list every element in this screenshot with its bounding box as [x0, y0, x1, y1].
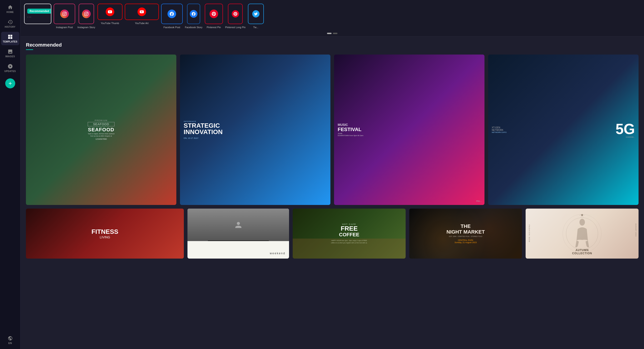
fitness-subtitle: LIVING: [92, 236, 118, 239]
facebook-story-label: Facebook Story: [185, 26, 202, 29]
youtube-thumb-label: YouTube Thumb: [101, 22, 119, 24]
nightmarket-overlay: THENIGHT MARKET EST. 1994 - CRAFTED FILM…: [409, 208, 522, 258]
category-instagram-story[interactable]: Instagram Story: [78, 4, 95, 29]
weekend-text: weekend: [270, 249, 289, 255]
language-selector[interactable]: EN: [6, 334, 14, 347]
recommended-dots: ···: [27, 15, 32, 19]
5g-suffix: CONFERE...: [626, 136, 635, 138]
template-autumn[interactable]: AUTUMNCOLLECTION FASHION NEW AUGUST 2022…: [526, 208, 638, 258]
instagram-post-label: Instagram Post: [56, 26, 73, 29]
innovation-title: STRATEGICINNOVATION: [184, 122, 327, 135]
template-coffee[interactable]: HOT CAFE FREE COFFEE HAPPY HOUR from 2pm…: [293, 208, 406, 258]
seafood-premium: PREMIUM: [88, 119, 114, 122]
template-seafood[interactable]: PREMIUM SEAFOOD SEAFOOD Taste of Japan. …: [26, 54, 176, 205]
sidebar-item-images[interactable]: IMAGES: [1, 46, 19, 60]
template-weekend[interactable]: weekend: [188, 208, 289, 258]
category-strip: Recommended ··· Instagram Post: [20, 0, 644, 36]
instagram-story-label: Instagram Story: [78, 26, 95, 29]
sidebar-item-home-label: HOME: [6, 11, 14, 14]
festival-overlay: MUSIC FESTIVAL JUNEDOWNTOWN from 9pm til…: [334, 54, 484, 205]
pinterest-long-pin-label: Pinterest Long Pin: [225, 26, 246, 29]
sidebar-item-home[interactable]: HOME: [1, 2, 19, 16]
images-icon: [8, 49, 13, 54]
autumn-overlay: AUTUMNCOLLECTION FASHION NEW AUGUST 2022…: [526, 208, 638, 258]
dot-2: [333, 33, 338, 34]
main-content: Recommended ··· Instagram Post: [20, 0, 644, 349]
template-nightmarket[interactable]: THENIGHT MARKET EST. 1994 - CRAFTED FILM…: [409, 208, 522, 258]
category-pinterest-pin[interactable]: Pinterest Pin: [205, 4, 223, 29]
instagram-story-icon: [84, 11, 89, 16]
category-youtube-thumb[interactable]: YouTube Thumb: [98, 4, 122, 29]
svg-point-1: [566, 218, 598, 250]
pinterest-pin-label: Pinterest Pin: [207, 26, 221, 29]
weekend-inner: weekend: [188, 208, 289, 258]
category-facebook-story[interactable]: Facebook Story: [185, 4, 202, 29]
innovation-overlay: INFERENCE STRATEGICINNOVATION ON, 13-17 …: [180, 54, 330, 205]
nightmarket-text: THENIGHT MARKET EST. 1994 - CRAFTED FILM…: [446, 224, 485, 243]
fitness-title: FITNESS: [92, 228, 118, 236]
updates-icon: [8, 64, 13, 69]
template-innovation[interactable]: INFERENCE STRATEGICINNOVATION ON, 13-17 …: [180, 54, 330, 205]
section-title: Recommended: [26, 42, 638, 48]
youtube-thumb-icon: [108, 9, 112, 14]
svg-point-2: [563, 214, 602, 253]
category-youtube-art[interactable]: YouTube Art: [125, 4, 159, 29]
sidebar-item-updates-label: UPDATES: [4, 70, 16, 72]
autumn-title: AUTUMNCOLLECTION: [526, 248, 638, 255]
section-underline: [26, 49, 33, 50]
templates-icon: [8, 34, 13, 40]
category-instagram-post[interactable]: Instagram Post: [54, 4, 75, 29]
category-recommended[interactable]: Recommended ···: [24, 4, 51, 29]
weekend-photo: [188, 208, 289, 241]
facebook-story-icon: [191, 12, 196, 16]
fitness-overlay: FITNESS LIVING: [26, 208, 184, 258]
coffee-free: FREE: [331, 226, 368, 232]
pinterest-pin-icon: [211, 11, 216, 16]
5g-number: 5G: [616, 122, 635, 136]
seafood-sub: Taste of Japan. All from fresh seafoodfr…: [88, 133, 114, 137]
5g-text: XT-GENNETWORK NETWORK EXPO: [492, 126, 616, 133]
add-button[interactable]: [5, 78, 15, 88]
dot-1: [327, 33, 332, 34]
template-grid-row1: PREMIUM SEAFOOD SEAFOOD Taste of Japan. …: [26, 54, 638, 205]
festival-tag: mu...: [476, 200, 482, 202]
template-fitness[interactable]: FITNESS LIVING: [26, 208, 184, 258]
facebook-post-icon: [169, 11, 174, 16]
twitter-icon: [254, 12, 258, 16]
plus-icon: [8, 81, 13, 86]
dot-indicators: [24, 33, 640, 34]
festival-type: MUSIC: [338, 123, 481, 126]
category-scroll: Recommended ··· Instagram Post: [24, 4, 640, 31]
category-pinterest-long-pin[interactable]: Pinterest Long Pin: [225, 4, 246, 29]
content-area: Recommended PREMIUM SEAFOOD SEAFOOD Tast…: [20, 36, 644, 264]
recommended-badge: Recommended: [27, 9, 51, 14]
sidebar-item-images-label: IMAGES: [5, 55, 15, 58]
template-festival[interactable]: MUSIC FESTIVAL JUNEDOWNTOWN from 9pm til…: [334, 54, 484, 205]
festival-date: JUNEDOWNTOWN from 9pm till 2am: [338, 132, 481, 136]
seafood-text: PREMIUM SEAFOOD SEAFOOD Taste of Japan. …: [88, 119, 114, 140]
pinterest-long-pin-icon: [233, 12, 238, 16]
5g-overlay: XT-GENNETWORK NETWORK EXPO 5G CONFERE...: [488, 54, 638, 205]
seafood-main-title: SEAFOOD: [88, 127, 114, 133]
sidebar-item-templates[interactable]: TEMPLATES: [1, 32, 19, 45]
sidebar-item-history[interactable]: HISTORY: [1, 17, 19, 30]
5g-conf: NETWORK EXPO: [492, 131, 616, 133]
youtube-art-label: YouTube Art: [135, 22, 148, 24]
twitter-label: Tw...: [253, 26, 258, 29]
category-facebook-post[interactable]: Facebook Post: [161, 4, 183, 29]
category-twitter[interactable]: Tw...: [248, 4, 264, 29]
language-label: EN: [8, 342, 12, 344]
innovation-text: INFERENCE STRATEGICINNOVATION ON, 13-17 …: [184, 120, 327, 139]
innovation-date: ON, 13-17 JULY: [184, 137, 327, 139]
5g-number-area: 5G CONFERE...: [616, 122, 635, 138]
sidebar-item-updates[interactable]: UPDATES: [1, 61, 19, 75]
autumn-name: FASHION NEW: [528, 225, 530, 242]
festival-title: FESTIVAL: [338, 126, 481, 132]
autumn-star: ✦: [580, 213, 584, 218]
fitness-text: FITNESS LIVING: [92, 228, 118, 239]
sidebar: HOME HISTORY TEMPLATES IMAGES UPDATES EN: [0, 0, 20, 349]
coffee-item: COFFEE: [331, 232, 368, 238]
seafood-overlay: PREMIUM SEAFOOD SEAFOOD Taste of Japan. …: [26, 54, 176, 205]
template-5g[interactable]: XT-GENNETWORK NETWORK EXPO 5G CONFERE...: [488, 54, 638, 205]
sidebar-item-templates-label: TEMPLATES: [3, 40, 17, 43]
